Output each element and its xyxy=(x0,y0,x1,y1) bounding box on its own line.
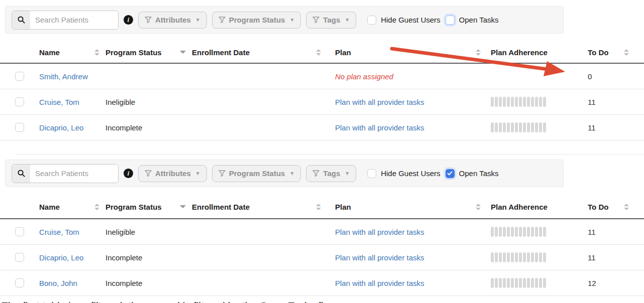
program-status-filter-button[interactable]: Program Status ▼ xyxy=(212,12,301,29)
plan-adherence-bars xyxy=(491,252,588,262)
hide-guest-users-label: Hide Guest Users xyxy=(381,16,440,24)
patient-name-link[interactable]: Smith, Andrew xyxy=(39,72,88,81)
chevron-down-icon: ▼ xyxy=(195,171,200,176)
toolbar-top: i Attributes ▼ Program Status ▼ Tags ▼ H… xyxy=(5,6,564,34)
todo-count: 11 xyxy=(588,228,644,236)
toolbar-bottom: i Attributes ▼ Program Status ▼ Tags ▼ H… xyxy=(5,160,564,187)
plan-link[interactable]: Plan with all provider tasks xyxy=(335,123,424,132)
row-checkbox[interactable] xyxy=(15,227,24,236)
row-checkbox[interactable] xyxy=(15,278,24,287)
plan-adherence-cell xyxy=(491,278,588,288)
sort-icon[interactable] xyxy=(94,49,99,56)
sort-icon[interactable] xyxy=(624,204,629,210)
search-icon xyxy=(12,165,30,183)
table-row: Dicaprio, Leo Incomplete Plan with all p… xyxy=(0,115,644,140)
table-header-row: Name Program Status Enrollment Date Plan… xyxy=(0,42,644,64)
column-header-todo[interactable]: To Do xyxy=(588,203,644,211)
info-icon[interactable]: i xyxy=(124,169,133,178)
chevron-down-icon: ▼ xyxy=(289,17,294,23)
search-input[interactable] xyxy=(30,165,118,183)
program-status-cell: Incomplete xyxy=(105,123,192,132)
attributes-filter-button[interactable]: Attributes ▼ xyxy=(138,165,207,182)
column-header-plan-adherence: Plan Adherence xyxy=(491,203,588,211)
sort-icon[interactable] xyxy=(476,204,481,210)
row-checkbox[interactable] xyxy=(15,72,24,81)
tags-filter-button[interactable]: Tags ▼ xyxy=(306,165,356,182)
row-checkbox[interactable] xyxy=(15,97,24,106)
program-status-filter-label: Program Status xyxy=(229,169,285,178)
column-header-plan[interactable]: Plan xyxy=(335,48,491,57)
todo-count: 0 xyxy=(588,72,644,81)
row-checkbox[interactable] xyxy=(15,123,24,132)
cutoff-caption-text: The first table is unfiltered, the secon… xyxy=(2,300,644,303)
tags-filter-label: Tags xyxy=(323,16,340,24)
sort-icon[interactable] xyxy=(316,204,321,210)
column-header-todo[interactable]: To Do xyxy=(588,48,644,57)
checkmark-icon xyxy=(447,171,453,176)
plan-adherence-cell xyxy=(491,122,588,132)
plan-adherence-cell xyxy=(491,97,588,107)
plan-link[interactable]: Plan with all provider tasks xyxy=(335,98,424,106)
column-header-enrollment-date[interactable]: Enrollment Date xyxy=(192,203,335,211)
program-status-cell: Incomplete xyxy=(105,253,192,262)
program-status-filter-label: Program Status xyxy=(229,16,285,24)
funnel-icon xyxy=(312,17,319,23)
column-header-name[interactable]: Name xyxy=(39,203,105,211)
search-input[interactable] xyxy=(30,11,118,29)
patient-name-link[interactable]: Bono, John xyxy=(39,279,77,287)
hide-guest-users-checkbox[interactable] xyxy=(367,16,376,25)
funnel-icon xyxy=(219,17,226,23)
sort-desc-icon[interactable] xyxy=(180,205,186,208)
patients-panel-bottom: i Attributes ▼ Program Status ▼ Tags ▼ H… xyxy=(0,160,644,296)
plan-adherence-bars xyxy=(491,278,588,288)
info-icon[interactable]: i xyxy=(124,15,133,25)
row-checkbox[interactable] xyxy=(15,253,24,262)
plan-link[interactable]: Plan with all provider tasks xyxy=(335,228,424,236)
column-header-plan[interactable]: Plan xyxy=(335,203,491,211)
funnel-icon xyxy=(145,170,152,177)
sort-desc-icon[interactable] xyxy=(180,51,186,54)
todo-count: 12 xyxy=(588,279,644,287)
table-header-row: Name Program Status Enrollment Date Plan… xyxy=(0,195,644,219)
patient-name-link[interactable]: Dicaprio, Leo xyxy=(39,253,83,262)
sort-icon[interactable] xyxy=(94,204,99,210)
open-tasks-toggle[interactable]: Open Tasks xyxy=(446,169,499,178)
column-header-name[interactable]: Name xyxy=(39,48,105,57)
plan-link[interactable]: Plan with all provider tasks xyxy=(335,279,424,287)
open-tasks-checkbox-checked[interactable] xyxy=(446,169,455,178)
attributes-filter-label: Attributes xyxy=(155,169,191,178)
attributes-filter-label: Attributes xyxy=(155,16,191,24)
open-tasks-checkbox-unchecked[interactable] xyxy=(446,16,455,25)
table-row: Smith, Andrew No plan assigned 0 xyxy=(0,64,644,89)
patient-name-link[interactable]: Dicaprio, Leo xyxy=(39,123,83,132)
program-status-filter-button[interactable]: Program Status ▼ xyxy=(212,165,301,182)
column-header-program-status[interactable]: Program Status xyxy=(105,48,192,57)
no-plan-text: No plan assigned xyxy=(335,72,393,81)
hide-guest-users-toggle[interactable]: Hide Guest Users xyxy=(367,16,440,25)
column-header-program-status[interactable]: Program Status xyxy=(105,203,192,211)
plan-link[interactable]: Plan with all provider tasks xyxy=(335,253,424,262)
attributes-filter-button[interactable]: Attributes ▼ xyxy=(138,12,207,29)
program-status-cell: Ineligible xyxy=(105,98,192,106)
todo-count: 11 xyxy=(588,123,644,132)
plan-adherence-bars xyxy=(491,227,588,237)
sort-icon[interactable] xyxy=(476,49,481,56)
plan-adherence-bars xyxy=(491,122,588,132)
chevron-down-icon: ▼ xyxy=(195,17,200,23)
plan-adherence-cell xyxy=(491,252,588,262)
hide-guest-users-toggle[interactable]: Hide Guest Users xyxy=(367,169,440,178)
open-tasks-toggle[interactable]: Open Tasks xyxy=(446,16,499,25)
hide-guest-users-checkbox[interactable] xyxy=(367,169,376,178)
patient-name-link[interactable]: Cruise, Tom xyxy=(39,228,79,236)
patients-panel-top: i Attributes ▼ Program Status ▼ Tags ▼ H… xyxy=(0,6,644,140)
tags-filter-label: Tags xyxy=(323,169,340,178)
hide-guest-users-label: Hide Guest Users xyxy=(381,169,440,178)
sort-icon[interactable] xyxy=(316,49,321,56)
patients-table-top: Name Program Status Enrollment Date Plan… xyxy=(0,42,644,140)
todo-count: 11 xyxy=(588,253,644,262)
tags-filter-button[interactable]: Tags ▼ xyxy=(306,12,356,29)
patient-name-link[interactable]: Cruise, Tom xyxy=(39,98,79,106)
sort-icon[interactable] xyxy=(624,49,629,56)
plan-adherence-bars xyxy=(491,97,588,107)
column-header-enrollment-date[interactable]: Enrollment Date xyxy=(192,48,335,57)
